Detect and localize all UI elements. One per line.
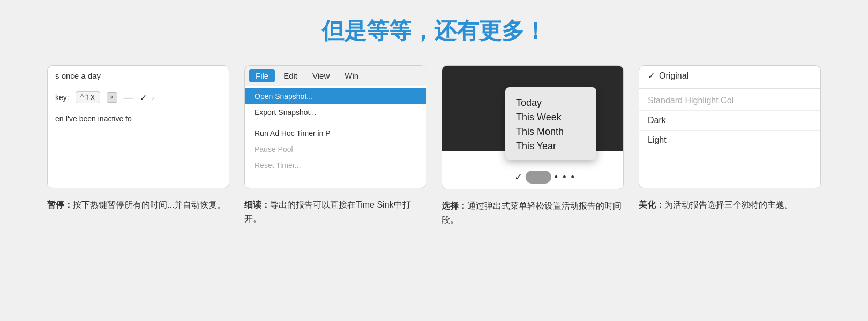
menu-view-button[interactable]: View (306, 69, 336, 82)
menu-caption: 细读：导出的报告可以直接在Time Sink中打开。 (244, 198, 426, 225)
menu-divider (245, 123, 426, 123)
pause-caption-label: 暂停： (47, 200, 73, 209)
key-label: key: (55, 93, 69, 102)
theme-divider-1 (639, 88, 820, 89)
theme-light-label: Light (648, 135, 667, 145)
menu-pause-pool: Pause Pool (245, 141, 426, 157)
menu-open-snapshot[interactable]: Open Snapshot... (245, 88, 426, 104)
page-title: 但是等等，还有更多！ (321, 16, 547, 46)
theme-dark[interactable]: Dark (639, 111, 820, 131)
date-card-container: Today This Week This Month This Year ✓ •… (442, 65, 624, 226)
theme-check-icon: ✓ (648, 71, 655, 81)
theme-original[interactable]: ✓ Original (639, 66, 820, 86)
menu-caption-label: 细读： (244, 200, 270, 209)
menu-reset-timer: Reset Timer... (245, 157, 426, 173)
key-x-button[interactable]: × (107, 92, 117, 103)
menu-file-button[interactable]: File (249, 69, 275, 82)
date-toggle[interactable] (526, 171, 551, 184)
menu-win-button[interactable]: Win (338, 69, 365, 82)
date-dots: • • • (555, 172, 575, 183)
pause-caption: 暂停：按下热键暂停所有的时间...并自动恢复。 (47, 198, 226, 212)
theme-card-container: ✓ Original Standard Highlight Col Dark L… (639, 65, 821, 226)
date-card: Today This Week This Month This Year ✓ •… (442, 65, 624, 189)
theme-caption-text: 为活动报告选择三个独特的主题。 (664, 200, 793, 209)
key-check-button[interactable]: ✓ (140, 93, 147, 103)
theme-light[interactable]: Light (639, 131, 820, 150)
date-caption-text: 通过弹出式菜单轻松设置活动报告的时间段。 (442, 201, 622, 224)
menu-bar: File Edit View Win (245, 66, 426, 86)
pause-card-content: s once a day key: ^⇧X × — ✓ › en I've be… (48, 66, 229, 150)
theme-caption-label: 美化： (639, 200, 664, 209)
date-caption-label: 选择： (442, 201, 467, 210)
menu-export-snapshot[interactable]: Export Snapshot... (245, 104, 426, 120)
date-checkmark: ✓ (514, 171, 522, 183)
menu-card-content: File Edit View Win Open Snapshot... Expo… (245, 66, 426, 175)
pause-bottom-row: en I've been inactive fo (48, 109, 229, 128)
menu-card-container: File Edit View Win Open Snapshot... Expo… (244, 65, 426, 226)
menu-dropdown: Open Snapshot... Export Snapshot... Run … (245, 86, 426, 175)
date-option-month[interactable]: This Month (516, 125, 586, 139)
date-option-year[interactable]: This Year (516, 139, 586, 154)
menu-edit-button[interactable]: Edit (277, 69, 304, 82)
date-caption: 选择：通过弹出式菜单轻松设置活动报告的时间段。 (442, 199, 624, 226)
pause-card-container: s once a day key: ^⇧X × — ✓ › en I've be… (47, 65, 229, 226)
theme-dark-label: Dark (648, 116, 666, 125)
date-option-today[interactable]: Today (516, 96, 586, 110)
cards-row: s once a day key: ^⇧X × — ✓ › en I've be… (32, 65, 836, 226)
date-card-content: Today This Week This Month This Year ✓ •… (442, 66, 623, 189)
pause-key-row: key: ^⇧X × — ✓ › (48, 86, 229, 109)
menu-adhoc-timer[interactable]: Run Ad Hoc Timer in P (245, 125, 426, 141)
theme-standard: Standard Highlight Col (639, 91, 820, 111)
menu-card: File Edit View Win Open Snapshot... Expo… (244, 65, 426, 188)
date-popup: Today This Week This Month This Year (505, 87, 596, 160)
theme-original-label: Original (659, 71, 689, 81)
pause-top-row: s once a day (48, 66, 229, 86)
theme-card: ✓ Original Standard Highlight Col Dark L… (639, 65, 821, 188)
theme-standard-label: Standard Highlight Col (648, 96, 734, 105)
key-combo[interactable]: ^⇧X (76, 91, 100, 103)
theme-card-content: ✓ Original Standard Highlight Col Dark L… (639, 66, 820, 150)
pause-caption-text: 按下热键暂停所有的时间...并自动恢复。 (73, 200, 226, 209)
pause-card: s once a day key: ^⇧X × — ✓ › en I've be… (47, 65, 229, 188)
date-bottom-controls: ✓ • • • (514, 171, 575, 184)
date-option-week[interactable]: This Week (516, 110, 586, 125)
theme-caption: 美化：为活动报告选择三个独特的主题。 (639, 198, 793, 212)
